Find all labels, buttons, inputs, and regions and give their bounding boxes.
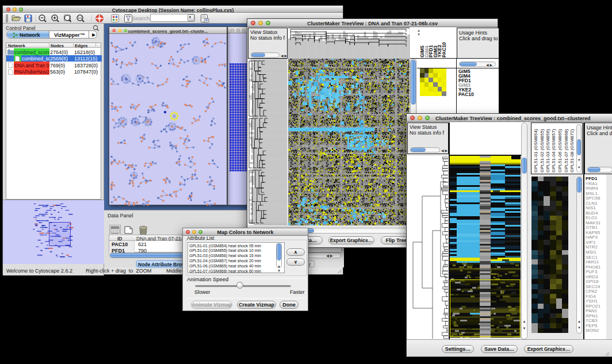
svg-text:1:1: 1:1 — [78, 16, 82, 20]
